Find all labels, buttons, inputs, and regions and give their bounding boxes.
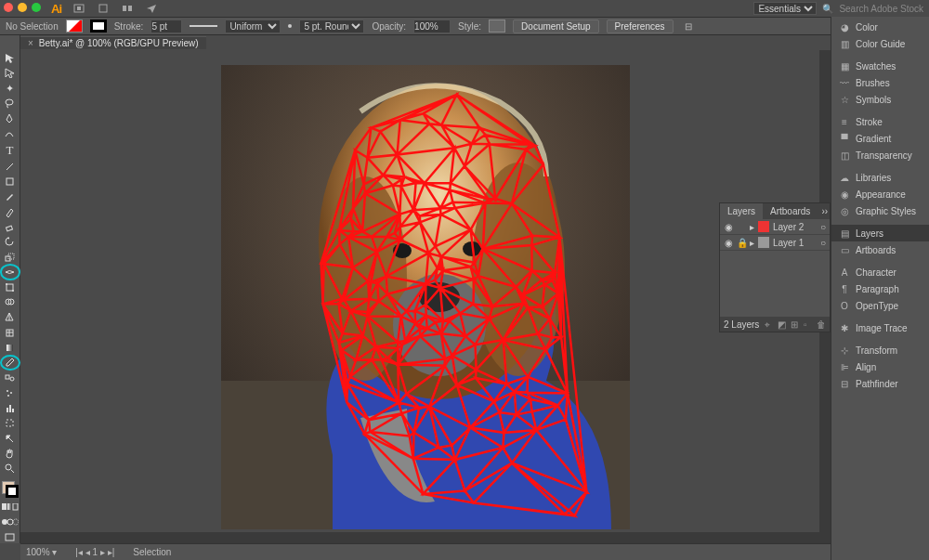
panel-layers[interactable]: ▤Layers (831, 225, 929, 241)
tool-artboard[interactable] (2, 417, 19, 429)
tool-pen[interactable] (2, 112, 19, 124)
panel-gradient[interactable]: ▀Gradient (831, 130, 929, 147)
tool-hand[interactable] (2, 448, 19, 460)
visibility-toggle-icon[interactable]: ◉ (724, 222, 733, 232)
send-icon[interactable] (145, 2, 158, 15)
preferences-button[interactable]: Preferences (607, 20, 674, 33)
layer-row[interactable]: ◉▸Layer 2○ (720, 219, 830, 235)
visibility-toggle-icon[interactable]: ◉ (724, 238, 733, 248)
stroke-swatch[interactable] (90, 20, 107, 33)
tool-column-graph[interactable] (2, 402, 19, 414)
tool-mesh[interactable] (2, 327, 19, 339)
panel-color-guide[interactable]: ▥Color Guide (831, 35, 929, 52)
tool-eyedropper[interactable] (2, 357, 19, 369)
brush-select[interactable]: 5 pt. Round (299, 20, 364, 33)
tool-symbol-sprayer[interactable] (2, 387, 19, 399)
target-icon[interactable]: ○ (820, 222, 826, 232)
stroke-profile-select[interactable]: Uniform (225, 20, 281, 33)
tool-pencil[interactable] (2, 205, 19, 217)
lock-icon[interactable]: 🔒 (737, 238, 746, 248)
stroke-profile-preview[interactable] (190, 25, 217, 27)
tool-width[interactable] (2, 266, 19, 278)
tool-slice[interactable] (2, 432, 19, 444)
panel-collapse-icon[interactable]: ›› (821, 206, 828, 216)
artboard-nav[interactable]: |◂ ◂ 1 ▸ ▸| (75, 547, 114, 557)
search-placeholder[interactable]: Search Adobe Stock (839, 4, 923, 14)
tool-eraser[interactable] (2, 221, 19, 233)
panel-graphic-styles[interactable]: ◎Graphic Styles (831, 202, 929, 219)
tool-paintbrush[interactable] (2, 190, 19, 202)
expand-icon[interactable]: ▸ (750, 238, 754, 248)
tool-shape-builder[interactable] (2, 296, 19, 308)
panel-character[interactable]: ACharacter (831, 264, 929, 280)
screen-mode[interactable] (2, 531, 19, 543)
search-icon[interactable]: 🔍 (822, 4, 833, 14)
tool-line[interactable] (2, 161, 19, 173)
canvas-area[interactable] (20, 50, 831, 543)
fill-swatch[interactable] (66, 20, 83, 33)
panel-align[interactable]: ⊫Align (831, 358, 929, 375)
arrange-icon[interactable] (121, 2, 134, 15)
opacity-input[interactable] (413, 20, 451, 33)
document-setup-button[interactable]: Document Setup (513, 20, 599, 33)
tool-zoom[interactable] (2, 462, 19, 475)
tool-rotate[interactable] (2, 236, 19, 248)
zoom-window[interactable] (32, 3, 41, 12)
tool-gradient[interactable] (2, 342, 19, 354)
close-tab-icon[interactable]: × (28, 38, 33, 48)
fill-stroke-indicator[interactable] (2, 481, 19, 498)
new-sublayer-icon[interactable]: ⊞ (791, 319, 800, 329)
tool-blend[interactable] (2, 371, 19, 384)
panel-opentype[interactable]: OOpenType (831, 297, 929, 314)
document-tab[interactable]: × Betty.ai* @ 100% (RGB/GPU Preview) (20, 36, 206, 49)
zoom-level[interactable]: 100% (26, 547, 50, 557)
color-mode[interactable] (2, 501, 19, 513)
layer-name[interactable]: Layer 2 (773, 222, 804, 232)
panel-libraries[interactable]: ☁Libraries (831, 169, 929, 186)
workspace-select[interactable]: Essentials (753, 2, 817, 15)
panel-transparency[interactable]: ◫Transparency (831, 147, 929, 163)
locate-layer-icon[interactable]: ⌖ (765, 319, 774, 329)
close-window[interactable] (4, 3, 13, 12)
panel-artboards[interactable]: ▭Artboards (831, 241, 929, 258)
make-clip-icon[interactable]: ◩ (778, 319, 787, 329)
artboards-tab[interactable]: Artboards (763, 203, 818, 219)
tool-free-transform[interactable] (2, 281, 19, 293)
align-icon[interactable]: ⊟ (685, 21, 692, 32)
workspace-switcher: Essentials 🔍 Search Adobe Stock (753, 1, 923, 16)
tool-perspective[interactable] (2, 311, 19, 323)
tool-selection[interactable] (2, 52, 19, 64)
tool-direct-selection[interactable] (2, 67, 19, 79)
minimize-window[interactable] (18, 3, 27, 12)
target-icon[interactable]: ○ (820, 238, 826, 248)
tool-curvature[interactable] (2, 127, 19, 139)
expand-icon[interactable]: ▸ (750, 222, 754, 232)
style-swatch[interactable] (489, 20, 505, 33)
panel-pathfinder[interactable]: ⊟Pathfinder (831, 375, 929, 392)
panel-brushes[interactable]: 〰Brushes (831, 74, 929, 91)
triangle-mesh-artwork[interactable] (221, 65, 630, 529)
tool-scale[interactable] (2, 251, 19, 263)
panel-symbols[interactable]: ☆Symbols (831, 91, 929, 108)
layer-row[interactable]: ◉🔒▸Layer 1○ (720, 235, 830, 251)
bridge-icon[interactable] (72, 2, 85, 15)
stock-icon[interactable] (97, 2, 110, 15)
panel-paragraph[interactable]: ¶Paragraph (831, 280, 929, 297)
tool-magic-wand[interactable]: ✦ (2, 83, 19, 95)
panel-stroke[interactable]: ≡Stroke (831, 113, 929, 130)
layer-name[interactable]: Layer 1 (773, 238, 804, 248)
tool-lasso[interactable] (2, 98, 19, 110)
panel-appearance[interactable]: ◉Appearance (831, 186, 929, 202)
panel-color[interactable]: ◕Color (831, 19, 929, 35)
stroke-weight-input[interactable] (150, 20, 182, 33)
new-layer-icon[interactable]: ▫ (804, 319, 813, 329)
panel-image-trace[interactable]: ✱Image Trace (831, 319, 929, 336)
tool-type[interactable]: T (2, 143, 19, 158)
tool-rectangle[interactable] (2, 176, 19, 188)
layers-tab[interactable]: Layers (720, 203, 763, 219)
draw-mode[interactable] (2, 516, 19, 528)
artboard[interactable] (221, 65, 630, 529)
panel-swatches[interactable]: ▦Swatches (831, 58, 929, 74)
panel-transform[interactable]: ⊹Transform (831, 342, 929, 358)
delete-layer-icon[interactable]: 🗑 (817, 319, 826, 329)
